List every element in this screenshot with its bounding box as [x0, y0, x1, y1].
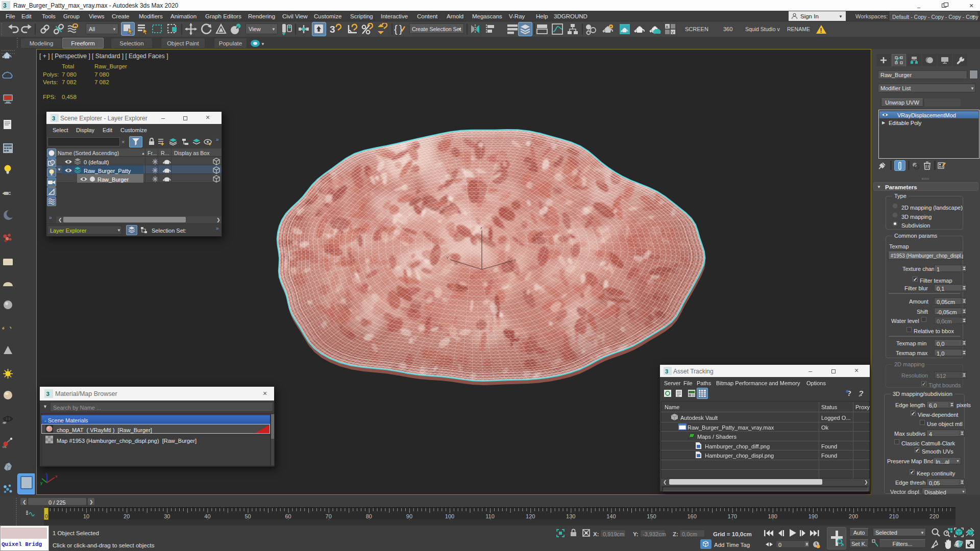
- svg-text:A: A: [666, 24, 669, 29]
- svg-text:60: 60: [285, 513, 291, 519]
- svg-text:{: {: [394, 23, 398, 35]
- svg-text:10: 10: [83, 513, 89, 519]
- svg-text:140: 140: [606, 513, 616, 519]
- svg-text:170: 170: [728, 513, 737, 519]
- svg-text:y: y: [40, 481, 43, 485]
- svg-text:100: 100: [445, 513, 454, 519]
- svg-text:70: 70: [326, 513, 332, 519]
- svg-text:80: 80: [366, 513, 372, 519]
- svg-text:z: z: [480, 226, 482, 230]
- svg-text:200: 200: [849, 513, 858, 519]
- svg-text:3: 3: [52, 115, 55, 121]
- svg-text:V: V: [671, 30, 674, 35]
- svg-text:Y: Y: [446, 256, 449, 260]
- svg-text:150: 150: [647, 513, 656, 519]
- svg-text:40: 40: [204, 513, 210, 519]
- svg-text:▼: ▼: [261, 42, 265, 46]
- svg-text:160: 160: [687, 513, 696, 519]
- svg-text:120: 120: [526, 513, 535, 519]
- svg-text:190: 190: [808, 513, 818, 519]
- svg-text:z: z: [45, 471, 47, 476]
- svg-text:x: x: [55, 474, 58, 479]
- svg-text:130: 130: [566, 513, 575, 519]
- svg-text:3: 3: [46, 391, 50, 397]
- svg-text:210: 210: [889, 513, 898, 519]
- svg-text:}: }: [399, 23, 403, 35]
- svg-text:HP: HP: [3, 422, 6, 424]
- svg-text:20: 20: [124, 513, 130, 519]
- svg-text:30: 30: [164, 513, 170, 519]
- svg-text:3: 3: [665, 368, 668, 374]
- svg-text:3: 3: [3, 2, 7, 9]
- svg-text:x: x: [514, 258, 516, 262]
- svg-text:180: 180: [768, 513, 777, 519]
- svg-text:OS: OS: [3, 445, 7, 448]
- svg-text:90: 90: [406, 513, 412, 519]
- svg-text:50: 50: [244, 513, 251, 519]
- svg-text:220: 220: [929, 513, 939, 519]
- svg-text:3: 3: [330, 24, 335, 35]
- svg-text:!: !: [820, 27, 822, 34]
- svg-text:110: 110: [485, 513, 495, 519]
